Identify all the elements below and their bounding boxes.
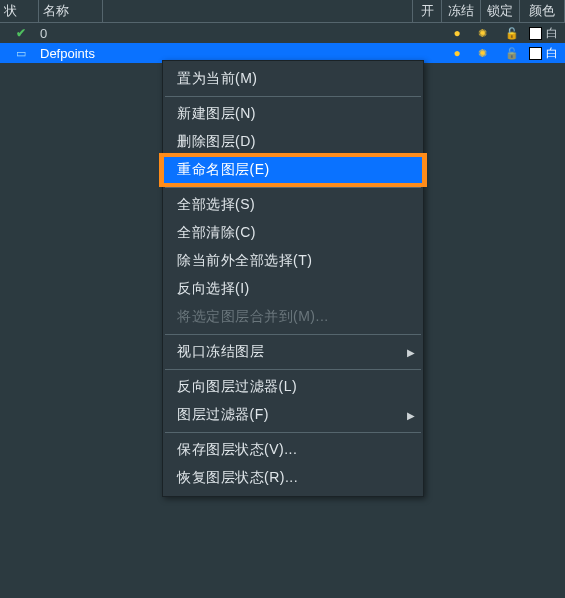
col-status[interactable]: 状	[0, 0, 39, 22]
color-swatch[interactable]	[529, 47, 542, 60]
col-open-label: 开	[421, 2, 434, 20]
menu-label: 反向图层过滤器(L)	[177, 378, 297, 396]
menu-restore-layer-state[interactable]: 恢复图层状态(R)...	[163, 464, 423, 492]
menu-separator	[165, 432, 421, 433]
col-freeze[interactable]: 冻结	[442, 0, 481, 22]
menu-select-all-but-current[interactable]: 除当前外全部选择(T)	[163, 247, 423, 275]
col-open[interactable]: 开	[413, 0, 442, 22]
menu-viewport-freeze[interactable]: 视口冻结图层 ▶	[163, 338, 423, 366]
col-freeze-label: 冻结	[448, 2, 474, 20]
menu-label: 重命名图层(E)	[177, 161, 270, 179]
layer-table-header: 状 名称 开 冻结 锁定 颜色	[0, 0, 565, 23]
col-name-label: 名称	[43, 2, 69, 20]
layer-row[interactable]: ✔ 0 ● ✺ 🔓 白	[0, 23, 565, 43]
menu-label: 恢复图层状态(R)...	[177, 469, 298, 487]
col-lock[interactable]: 锁定	[481, 0, 520, 22]
col-name[interactable]: 名称	[39, 0, 103, 22]
layer-list: ✔ 0 ● ✺ 🔓 白 ▭ Defpoints ● ✺ 🔓 白	[0, 23, 565, 63]
sun-icon[interactable]: ✺	[478, 27, 487, 40]
layer-name: 0	[36, 26, 447, 41]
menu-label: 置为当前(M)	[177, 70, 258, 88]
lock-icon[interactable]: 🔓	[505, 27, 519, 40]
menu-layer-filter[interactable]: 图层过滤器(F) ▶	[163, 401, 423, 429]
menu-separator	[165, 187, 421, 188]
menu-label: 将选定图层合并到(M)...	[177, 308, 329, 326]
menu-label: 除当前外全部选择(T)	[177, 252, 312, 270]
col-color[interactable]: 颜色	[520, 0, 565, 22]
layer-status-icon: ▭	[16, 47, 26, 60]
color-label: 白	[546, 25, 558, 42]
chevron-right-icon: ▶	[407, 347, 416, 358]
check-icon: ✔	[16, 26, 26, 40]
menu-set-current[interactable]: 置为当前(M)	[163, 65, 423, 93]
lightbulb-icon[interactable]: ●	[453, 46, 460, 60]
menu-label: 视口冻结图层	[177, 343, 264, 361]
menu-separator	[165, 369, 421, 370]
col-status-label: 状	[4, 2, 17, 20]
sun-icon[interactable]: ✺	[478, 47, 487, 60]
menu-label: 图层过滤器(F)	[177, 406, 269, 424]
color-label: 白	[546, 45, 558, 62]
menu-separator	[165, 334, 421, 335]
menu-merge-selected: 将选定图层合并到(M)...	[163, 303, 423, 331]
color-swatch[interactable]	[529, 27, 542, 40]
menu-label: 全部选择(S)	[177, 196, 255, 214]
context-menu: 置为当前(M) 新建图层(N) 删除图层(D) 重命名图层(E) 全部选择(S)…	[162, 60, 424, 497]
col-spacer	[103, 0, 413, 22]
menu-label: 保存图层状态(V)...	[177, 441, 297, 459]
col-color-label: 颜色	[529, 2, 555, 20]
menu-select-all[interactable]: 全部选择(S)	[163, 191, 423, 219]
lightbulb-icon[interactable]: ●	[453, 26, 460, 40]
col-lock-label: 锁定	[487, 2, 513, 20]
menu-delete-layer[interactable]: 删除图层(D)	[163, 128, 423, 156]
menu-label: 删除图层(D)	[177, 133, 256, 151]
menu-label: 全部清除(C)	[177, 224, 256, 242]
menu-invert-selection[interactable]: 反向选择(I)	[163, 275, 423, 303]
menu-label: 新建图层(N)	[177, 105, 256, 123]
menu-rename-layer[interactable]: 重命名图层(E)	[163, 156, 423, 184]
chevron-right-icon: ▶	[407, 410, 416, 421]
menu-new-layer[interactable]: 新建图层(N)	[163, 100, 423, 128]
menu-separator	[165, 96, 421, 97]
menu-label: 反向选择(I)	[177, 280, 250, 298]
lock-icon[interactable]: 🔓	[505, 47, 519, 60]
menu-clear-all[interactable]: 全部清除(C)	[163, 219, 423, 247]
layer-name: Defpoints	[36, 46, 447, 61]
menu-save-layer-state[interactable]: 保存图层状态(V)...	[163, 436, 423, 464]
menu-invert-filter[interactable]: 反向图层过滤器(L)	[163, 373, 423, 401]
